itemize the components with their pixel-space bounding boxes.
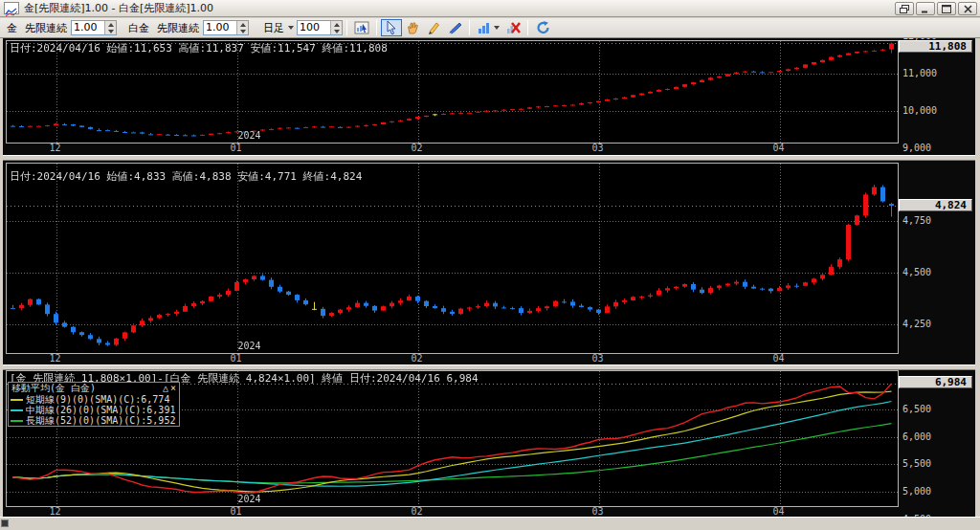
pointer-icon[interactable] bbox=[381, 19, 402, 36]
legend-close-icon[interactable]: × bbox=[170, 383, 176, 393]
status-notch bbox=[1, 519, 9, 527]
period-dropdown[interactable]: 日足 bbox=[260, 20, 297, 35]
toolbar-separator bbox=[469, 20, 470, 35]
delete-chart-icon[interactable] bbox=[502, 19, 523, 36]
x-month-label: 12 bbox=[45, 353, 66, 364]
x-month-label: 02 bbox=[407, 506, 428, 517]
float-window-button[interactable] bbox=[895, 2, 914, 15]
title-bar[interactable]: 金[先限連続]1.00 - 白金[先限連続]1.00 bbox=[0, 0, 980, 17]
brush-icon[interactable] bbox=[444, 19, 465, 36]
bar-count-spinner[interactable]: 100 bbox=[297, 20, 343, 35]
bar-chart-menu-icon[interactable] bbox=[474, 19, 502, 36]
year-label: 2024 bbox=[238, 130, 261, 141]
y-tick-label: 4,500 bbox=[902, 514, 931, 518]
bar-count-value[interactable]: 100 bbox=[298, 21, 330, 34]
window-title: 金[先限連続]1.00 - 白金[先限連続]1.00 bbox=[24, 1, 213, 15]
maximize-button[interactable] bbox=[937, 2, 956, 15]
instrument1-label: 金 bbox=[7, 21, 17, 35]
x-month-label: 02 bbox=[407, 353, 428, 364]
platinum-info-line: 日付:2024/04/16 始値:4,833 高値:4,838 安値:4,771… bbox=[10, 169, 362, 184]
panel-separator[interactable] bbox=[0, 364, 980, 370]
y-tick-label: 9,000 bbox=[902, 143, 931, 153]
gold-daily-canvas[interactable] bbox=[6, 40, 899, 144]
y-tick-label: 10,000 bbox=[902, 105, 937, 116]
x-month-label: 03 bbox=[588, 353, 609, 364]
y-tick-label: 6,000 bbox=[902, 431, 931, 442]
mid-ma-label: 中期線(26)(0)(SMA)(C):6,391 bbox=[26, 405, 175, 415]
series2-label: 先限連続 bbox=[157, 21, 199, 35]
window-frame-left bbox=[0, 38, 3, 517]
y-tick-label: 4,250 bbox=[902, 319, 931, 329]
moving-average-legend[interactable]: 移動平均(金 白金) △× 短期線(9)(0)(SMA)(C):6,774 中期… bbox=[8, 382, 180, 427]
x-month-label: 04 bbox=[768, 143, 790, 153]
close-button[interactable] bbox=[958, 2, 977, 15]
chart-app-window: 金[先限連続]1.00 - 白金[先限連続]1.00 金 先限連続 1.00 白… bbox=[0, 0, 980, 530]
long-ma-swatch bbox=[11, 420, 23, 422]
multiplier2-spinner[interactable]: 1.00 bbox=[203, 20, 249, 35]
status-bar bbox=[0, 517, 980, 530]
toolbar-separator bbox=[527, 20, 528, 35]
legend-row-mid-ma: 中期線(26)(0)(SMA)(C):6,391 bbox=[9, 405, 179, 415]
platinum-daily-canvas[interactable] bbox=[6, 163, 899, 354]
period-label: 日足 bbox=[263, 21, 284, 35]
legend-title: 移動平均(金 白金) bbox=[11, 383, 96, 394]
pencil-icon[interactable] bbox=[423, 19, 444, 36]
bar-count-spin-buttons[interactable] bbox=[330, 21, 342, 34]
multiplier2-value[interactable]: 1.00 bbox=[204, 21, 236, 34]
last-price-box: 4,824 bbox=[899, 199, 972, 211]
toolbar: 金 先限連続 1.00 白金 先限連続 1.00 日足 100 bbox=[0, 18, 980, 38]
y-tick-label: 4,500 bbox=[902, 267, 931, 277]
x-month-label: 04 bbox=[768, 506, 790, 517]
minimize-button[interactable] bbox=[916, 2, 935, 15]
y-tick-label: 5,000 bbox=[902, 486, 931, 497]
x-month-label: 03 bbox=[588, 143, 609, 153]
gold-info-line: 日付:2024/04/16 始値:11,653 高値:11,837 安値:11,… bbox=[10, 41, 388, 55]
year-label: 2024 bbox=[238, 494, 261, 504]
instrument2-label: 白金 bbox=[128, 21, 149, 35]
y-tick-label: 5,500 bbox=[902, 458, 931, 469]
last-price-box: 11,808 bbox=[899, 40, 972, 53]
pan-hand-icon[interactable] bbox=[402, 19, 423, 36]
legend-collapse-icon[interactable]: △ bbox=[163, 383, 168, 393]
x-month-label: 04 bbox=[768, 353, 790, 364]
x-month-label: 12 bbox=[45, 143, 66, 153]
chevron-down-icon bbox=[288, 26, 294, 30]
y-tick-label: 11,000 bbox=[902, 68, 937, 78]
multiplier2-spin-buttons[interactable] bbox=[236, 21, 248, 34]
short-ma-swatch bbox=[11, 399, 23, 401]
long-ma-label: 長期線(52)(0)(SMA)(C):5,952 bbox=[26, 415, 175, 426]
toolbar-separator bbox=[376, 20, 377, 35]
select-chart-icon[interactable] bbox=[351, 19, 372, 36]
y-tick-label: 6,500 bbox=[902, 404, 931, 414]
last-price-box: 6,984 bbox=[899, 376, 972, 388]
multiplier1-spin-buttons[interactable] bbox=[104, 21, 116, 34]
chevron-down-icon bbox=[494, 26, 500, 30]
y-tick-label: 4,750 bbox=[902, 215, 931, 226]
legend-row-short-ma: 短期線(9)(0)(SMA)(C):6,774 bbox=[9, 394, 179, 405]
x-month-label: 03 bbox=[588, 506, 609, 517]
year-label: 2024 bbox=[238, 341, 261, 351]
panel-separator[interactable] bbox=[0, 155, 980, 161]
x-month-label: 01 bbox=[226, 506, 247, 517]
x-month-label: 02 bbox=[407, 143, 428, 153]
charts-area: 日付:2024/04/16 始値:11,653 高値:11,837 安値:11,… bbox=[0, 38, 980, 517]
mid-ma-swatch bbox=[11, 409, 23, 411]
legend-row-long-ma: 長期線(52)(0)(SMA)(C):5,952 bbox=[9, 415, 179, 426]
multiplier1-value[interactable]: 1.00 bbox=[72, 21, 104, 34]
line-chart-icon bbox=[4, 2, 19, 14]
window-frame-right bbox=[975, 38, 980, 517]
x-month-label: 01 bbox=[226, 143, 247, 153]
x-month-label: 12 bbox=[45, 506, 66, 517]
toolbar-separator bbox=[346, 20, 347, 35]
refresh-icon[interactable] bbox=[532, 19, 553, 36]
x-month-label: 01 bbox=[226, 353, 247, 364]
short-ma-label: 短期線(9)(0)(SMA)(C):6,774 bbox=[26, 394, 169, 405]
multiplier1-spinner[interactable]: 1.00 bbox=[71, 20, 117, 35]
series1-label: 先限連続 bbox=[25, 21, 67, 35]
